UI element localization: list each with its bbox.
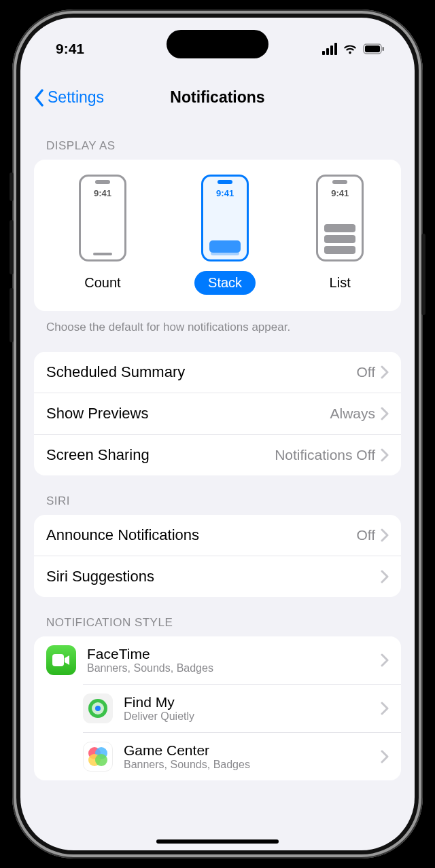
battery-icon (363, 43, 385, 54)
display-option-label: Count (71, 271, 134, 295)
svg-rect-1 (365, 46, 380, 52)
general-settings-card: Scheduled Summary Off Show Previews Alwa… (34, 352, 401, 475)
stack-preview-icon: 9:41 (201, 175, 249, 261)
siri-card: Announce Notifications Off Siri Suggesti… (34, 515, 401, 597)
row-label: Scheduled Summary (46, 363, 185, 381)
chevron-right-icon (381, 365, 389, 379)
app-row-game-center[interactable]: Game Center Banners, Sounds, Badges (83, 732, 401, 780)
display-option-label: List (316, 271, 364, 295)
row-label: Announce Notifications (46, 526, 199, 544)
find-my-icon (83, 693, 113, 723)
svg-point-6 (95, 706, 101, 711)
row-label: Show Previews (46, 405, 148, 422)
row-scheduled-summary[interactable]: Scheduled Summary Off (34, 352, 401, 393)
row-show-previews[interactable]: Show Previews Always (34, 393, 401, 434)
display-as-card: 9:41 Count 9:41 Stack (34, 160, 401, 311)
svg-rect-2 (383, 47, 385, 51)
app-name: Find My (124, 694, 194, 710)
section-header-notification-style: NOTIFICATION STYLE (34, 597, 401, 636)
chevron-right-icon (381, 528, 389, 542)
wifi-icon (343, 43, 358, 55)
row-value: Always (330, 405, 375, 422)
nav-bar: Settings Notifications (20, 69, 415, 120)
chevron-left-icon (34, 89, 45, 107)
cellular-icon (322, 43, 337, 55)
app-row-find-my[interactable]: Find My Deliver Quietly (83, 684, 401, 732)
chevron-right-icon (381, 653, 389, 667)
row-siri-suggestions[interactable]: Siri Suggestions (34, 556, 401, 597)
chevron-right-icon (381, 702, 389, 715)
chevron-right-icon (381, 750, 389, 763)
back-label: Settings (48, 88, 104, 107)
count-preview-icon: 9:41 (79, 175, 126, 261)
section-header-siri: SIRI (34, 475, 401, 515)
section-footer-display-as: Choose the default for how notifications… (34, 311, 401, 340)
row-value: Off (356, 527, 375, 543)
app-name: FaceTime (87, 646, 213, 662)
display-option-count[interactable]: 9:41 Count (71, 175, 134, 295)
row-value: Notifications Off (275, 447, 375, 463)
display-option-list[interactable]: 9:41 List (316, 175, 364, 295)
home-indicator[interactable] (156, 839, 279, 844)
section-header-display-as: DISPLAY AS (34, 120, 401, 160)
scroll-content[interactable]: DISPLAY AS 9:41 Count 9:41 (20, 120, 415, 850)
chevron-right-icon (381, 448, 389, 462)
app-name: Game Center (124, 742, 250, 759)
notification-style-card: FaceTime Banners, Sounds, Badges Find My… (34, 636, 401, 780)
app-sub: Banners, Sounds, Badges (87, 662, 213, 674)
facetime-icon (46, 645, 76, 675)
row-screen-sharing[interactable]: Screen Sharing Notifications Off (34, 434, 401, 475)
dynamic-island (167, 30, 268, 58)
display-option-label: Stack (194, 271, 256, 295)
chevron-right-icon (381, 407, 389, 420)
row-value: Off (356, 364, 375, 380)
app-row-facetime[interactable]: FaceTime Banners, Sounds, Badges (34, 636, 401, 684)
page-title: Notifications (170, 88, 264, 107)
status-time: 9:41 (56, 41, 84, 57)
game-center-icon (83, 742, 113, 772)
app-sub: Banners, Sounds, Badges (124, 759, 250, 771)
list-preview-icon: 9:41 (316, 175, 364, 261)
row-label: Screen Sharing (46, 446, 150, 464)
back-button[interactable]: Settings (34, 88, 104, 107)
svg-rect-3 (52, 654, 64, 666)
svg-point-10 (95, 754, 107, 766)
row-label: Siri Suggestions (46, 568, 154, 585)
display-option-stack[interactable]: 9:41 Stack (194, 175, 256, 295)
row-announce-notifications[interactable]: Announce Notifications Off (34, 515, 401, 556)
app-sub: Deliver Quietly (124, 710, 194, 723)
chevron-right-icon (381, 570, 389, 583)
